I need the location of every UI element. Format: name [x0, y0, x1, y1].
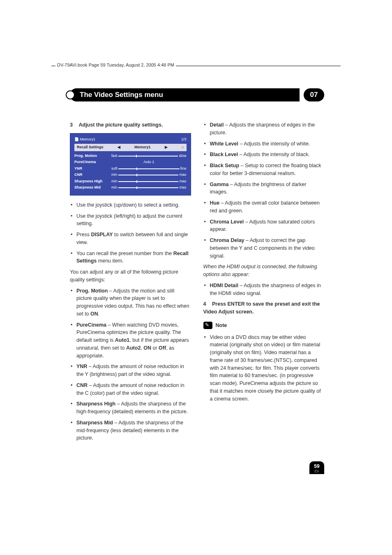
step-4: 4 Press ENTER to save the preset and exi…: [203, 300, 325, 316]
list-item: Black Setup – Setup to correct the float…: [210, 162, 325, 177]
intro-para: You can adjust any or all of the followi…: [70, 268, 191, 284]
osd-row: YNRsoftfine: [74, 166, 187, 172]
note-label: Note: [216, 322, 227, 329]
page-content: The Video Settings menu 07 3 Adjust the …: [70, 88, 324, 445]
osd-right-arrow-icon: ▶: [165, 145, 168, 150]
list-item: Use the joystick (left/right) to adjust …: [76, 212, 191, 228]
list-item: Chroma Level – Adjusts how saturated col…: [210, 218, 325, 234]
step-number: 3: [70, 121, 77, 129]
list-item: Hue – Adjusts the overall color balance …: [210, 199, 325, 215]
osd-header-left: Recall Settings: [77, 145, 104, 150]
osd-top-row: 📄 Memory1 1/3: [74, 137, 187, 143]
note-list: Video on a DVD discs may be either video…: [203, 334, 325, 403]
title-bar: The Video Settings menu 07: [70, 88, 324, 101]
step-number: 4: [203, 300, 211, 308]
osd-rows: Prog. MotionfastslowPureCinemaAuto 1YNRs…: [74, 153, 187, 191]
osd-row: CNRminmax: [74, 172, 187, 178]
list-item: Chroma Delay – Adjust to correct the gap…: [210, 237, 325, 260]
list-item: PureCinema – When watching DVD movies, P…: [76, 321, 191, 360]
list-item: HDMI Detail – Adjusts the sharpness of e…: [210, 282, 325, 297]
osd-left-arrow-icon: ◀: [118, 145, 120, 150]
list-item: Detail – Adjusts the sharpness of edges …: [210, 121, 325, 137]
note-heading: Note: [203, 322, 325, 329]
osd-row: PureCinemaAuto 1: [74, 159, 187, 166]
page-lang: En: [309, 469, 324, 473]
osd-row: Prog. Motionfastslow: [74, 153, 187, 159]
section-title: The Video Settings menu: [70, 88, 300, 101]
list-item: You can recall the preset number from th…: [76, 250, 191, 265]
osd-row: Sharpness Midminmax: [74, 184, 187, 191]
osd-title: 📄 Memory1: [74, 137, 95, 143]
hdmi-settings-list: HDMI Detail – Adjusts the sharpness of e…: [203, 282, 325, 297]
list-item: CNR – Adjusts the amount of noise reduct…: [76, 382, 191, 397]
osd-row: Sharpness Highminmax: [74, 178, 187, 185]
step-text: Press ENTER to save the preset and exit …: [203, 301, 320, 315]
two-column-layout: 3 Adjust the picture quality settings. 📄…: [70, 121, 324, 445]
pencil-icon: [203, 322, 212, 329]
right-column: Detail – Adjusts the sharpness of edges …: [203, 121, 325, 445]
section-number: 07: [304, 88, 324, 101]
list-item: Black Level – Adjusts the intensity of b…: [210, 151, 325, 159]
instruction-list: Use the joystick (up/down) to select a s…: [70, 201, 191, 265]
list-item: Use the joystick (up/down) to select a s…: [76, 201, 191, 209]
left-column: 3 Adjust the picture quality settings. 📄…: [70, 121, 191, 445]
page-number: 59: [309, 463, 324, 469]
osd-home-icon: ⌂: [182, 145, 184, 150]
osd-header-mid: Memory1: [134, 145, 151, 150]
note-item: Video on a DVD discs may be either video…: [210, 334, 325, 403]
step-text: Adjust the picture quality settings.: [78, 122, 163, 128]
settings-list-1: Prog. Motion – Adjusts the motion and st…: [70, 287, 191, 442]
running-header: DV-79AVi.book Page 59 Tuesday, August 2,…: [55, 62, 176, 67]
list-item: White Level – Adjusts the intensity of w…: [210, 140, 325, 148]
list-item: YNR – Adjusts the amount of noise reduct…: [76, 363, 191, 378]
osd-panel: 📄 Memory1 1/3 Recall Settings ◀ Memory1 …: [70, 133, 191, 196]
list-item: Sharpness High – Adjusts the sharpness o…: [76, 400, 191, 416]
step-3: 3 Adjust the picture quality settings.: [70, 121, 191, 129]
osd-page: 1/3: [181, 137, 187, 143]
hdmi-note: When the HDMI output is connected, the f…: [203, 263, 325, 279]
list-item: Sharpness Mid – Adjusts the sharpness of…: [76, 419, 191, 442]
osd-header: Recall Settings ◀ Memory1 ▶ ⌂: [74, 144, 187, 151]
list-item: Gamma – Adjusts the brightness of darker…: [210, 181, 325, 196]
list-item: Press DISPLAY to switch between full and…: [76, 231, 191, 246]
settings-list-2: Detail – Adjusts the sharpness of edges …: [203, 121, 325, 260]
page-number-badge: 59 En: [309, 461, 324, 474]
list-item: Prog. Motion – Adjusts the motion and st…: [76, 287, 191, 318]
